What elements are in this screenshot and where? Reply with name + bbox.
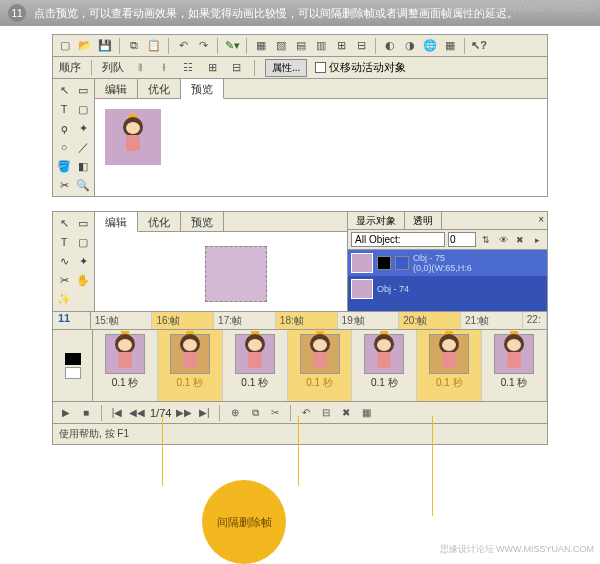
copy-icon[interactable]: ⧉ [126,38,142,54]
pencil-icon[interactable]: ✎▾ [224,38,240,54]
last-icon[interactable]: ▶| [197,406,211,420]
curve-tool-icon[interactable]: ∿ [55,252,73,270]
swatch-black[interactable] [377,256,391,270]
align-icon[interactable]: ⊟ [228,60,244,76]
text-tool-icon[interactable]: T [55,100,73,118]
move-only-checkbox[interactable]: 仅移动活动对象 [315,60,406,75]
wand-tool-icon[interactable]: ✦ [74,119,92,137]
first-icon[interactable]: |◀ [110,406,124,420]
crop-tool-icon[interactable]: ✂ [55,271,73,289]
frame-cell[interactable]: 0.1 秒 [288,330,353,401]
tab-edit[interactable]: 编辑 [95,79,138,98]
tool-icon[interactable]: ▤ [293,38,309,54]
opacity-input[interactable] [448,232,476,247]
properties-button[interactable]: 属性... [265,59,307,77]
tab-optimize[interactable]: 优化 [138,79,181,98]
pointer-tool-icon[interactable]: ↖ [55,214,73,232]
fill-tool-icon[interactable]: 🪣 [55,157,73,175]
tab-preview[interactable]: 预览 [181,212,224,231]
tool-icon[interactable]: ▦ [442,38,458,54]
tool-icon[interactable]: ⊟ [319,406,333,420]
align-icon[interactable]: ⫴ [132,60,148,76]
tab-show-objects[interactable]: 显示对象 [348,212,405,229]
bg-swatch[interactable] [65,367,81,379]
wand-tool-icon[interactable]: ✦ [74,252,92,270]
stop-icon[interactable]: ■ [79,406,93,420]
tool-icon[interactable]: ▥ [313,38,329,54]
align-icon[interactable]: ⫲ [156,60,172,76]
frame-header[interactable]: 21:帧 [461,312,523,329]
frame-cell[interactable]: 0.1 秒 [352,330,417,401]
tool-icon[interactable]: ↶ [299,406,313,420]
tool-icon[interactable]: ▧ [273,38,289,54]
frame-header[interactable]: 15:帧 [91,312,153,329]
spinner-icon[interactable]: ⇅ [479,233,493,247]
tool-icon[interactable]: ◑ [402,38,418,54]
globe-icon[interactable]: 🌐 [422,38,438,54]
tab-preview[interactable]: 预览 [181,79,224,99]
align-icon[interactable]: ⊞ [204,60,220,76]
help-icon[interactable]: ↖? [471,38,487,54]
object-select[interactable] [351,232,445,247]
cut-frame-icon[interactable]: ✂ [268,406,282,420]
frame-cell[interactable]: 0.1 秒 [417,330,482,401]
tool-icon[interactable]: ▦ [359,406,373,420]
layer-info: (0,0)(W:65,H:6 [413,263,544,273]
fg-swatch[interactable] [65,353,81,365]
lasso-tool-icon[interactable]: ϙ [55,119,73,137]
hand-tool-icon[interactable]: ✋ [74,271,92,289]
frame-cell[interactable]: 0.1 秒 [482,330,547,401]
pointer-tool-icon[interactable]: ↖ [55,81,73,99]
frame-header[interactable]: 17:帧 [214,312,276,329]
frame-cell[interactable]: 0.1 秒 [223,330,288,401]
shape-tool-icon[interactable]: ▢ [74,100,92,118]
layer-row[interactable]: Obj - 75 (0,0)(W:65,H:6 [348,250,547,276]
frame-cell[interactable]: 0.1 秒 [93,330,158,401]
add-frame-icon[interactable]: ⊕ [228,406,242,420]
delete-icon[interactable]: ✖ [513,233,527,247]
prev-icon[interactable]: ◀◀ [130,406,144,420]
tool-icon[interactable]: ⊞ [333,38,349,54]
next-icon[interactable]: ▶▶ [177,406,191,420]
crop-tool-icon[interactable]: ✂ [55,176,73,194]
line-tool-icon[interactable]: ／ [74,138,92,156]
new-icon[interactable]: ▢ [57,38,73,54]
shape-tool-icon[interactable]: ▢ [74,233,92,251]
ellipse-tool-icon[interactable]: ○ [55,138,73,156]
align-icon[interactable]: ☷ [180,60,196,76]
redo-icon[interactable]: ↷ [195,38,211,54]
selection-box[interactable] [205,246,267,302]
erase-tool-icon[interactable]: ◧ [74,157,92,175]
frame-header-end: 22: [523,312,547,329]
frame-cell[interactable]: 0.1 秒 [158,330,223,401]
delete-frame-icon[interactable]: ✖ [339,406,353,420]
more-icon[interactable]: ▸ [530,233,544,247]
rect-tool-icon[interactable]: ▭ [74,81,92,99]
tool-icon[interactable]: ⊟ [353,38,369,54]
close-icon[interactable]: × [538,214,544,225]
layer-row[interactable]: Obj - 74 [348,276,547,302]
frame-header[interactable]: 16:帧 [152,312,214,329]
zoom-tool-icon[interactable]: 🔍 [74,176,92,194]
frame-header[interactable]: 19:帧 [338,312,400,329]
open-icon[interactable]: 📂 [77,38,93,54]
text-tool-icon[interactable]: T [55,233,73,251]
dup-frame-icon[interactable]: ⧉ [248,406,262,420]
canvas-2[interactable]: 编辑 优化 预览 [95,212,347,311]
tool-icon[interactable]: ◐ [382,38,398,54]
frame-header[interactable]: 18:帧 [276,312,338,329]
tool-icon[interactable]: ▦ [253,38,269,54]
frame-header[interactable]: 20:帧 [399,312,461,329]
eye-icon[interactable]: 👁 [496,233,510,247]
tab-optimize[interactable]: 优化 [138,212,181,231]
separator [375,38,376,54]
play-icon[interactable]: ▶ [59,406,73,420]
paste-icon[interactable]: 📋 [146,38,162,54]
rect-tool-icon[interactable]: ▭ [74,214,92,232]
wand2-tool-icon[interactable]: ✨ [55,290,73,308]
tab-edit[interactable]: 编辑 [95,212,138,232]
save-icon[interactable]: 💾 [97,38,113,54]
swatch-blue[interactable] [395,256,409,270]
undo-icon[interactable]: ↶ [175,38,191,54]
tab-transparent[interactable]: 透明 [405,212,442,229]
